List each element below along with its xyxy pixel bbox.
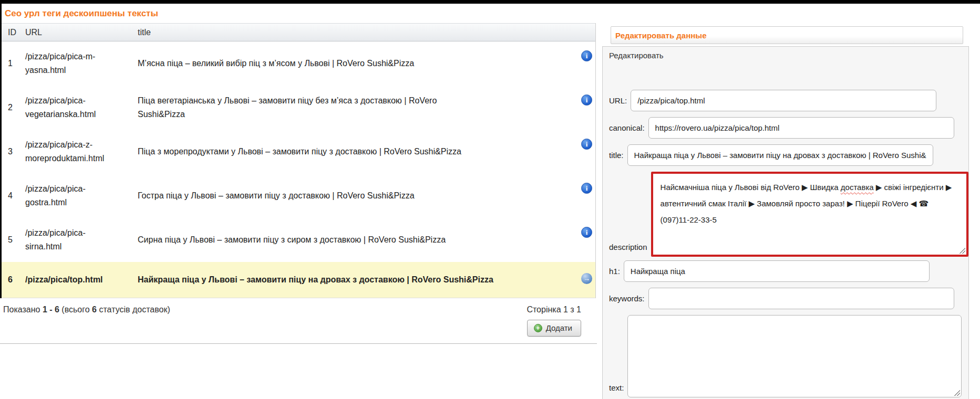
cell-title: Гостра піца у Львові – замовити піцу з д…	[124, 181, 487, 211]
cell-url: /pizza/pica/pica-m-yasna.html	[19, 41, 124, 86]
table-row[interactable]: 4 /pizza/pica/pica-gostra.html Гостра пі…	[2, 174, 595, 218]
column-header-url: URL	[19, 28, 124, 37]
add-button-label: Додати	[546, 323, 572, 332]
table-row-selected[interactable]: 6 /pizza/pica/top.html Найкраща піца у Л…	[2, 262, 595, 298]
cell-url: /pizza/pica/top.html	[19, 262, 124, 298]
field-title: title:	[609, 144, 968, 166]
page-indicator: Сторінка 1 з 1	[527, 305, 581, 314]
info-icon[interactable]: i	[581, 183, 592, 194]
field-canonical: canonical:	[609, 117, 968, 139]
cell-id: 1	[2, 48, 19, 79]
table-header-row: ID URL title	[2, 23, 595, 41]
editor-form: Редактировать URL: canonical: title: des…	[602, 46, 969, 399]
cell-url: /pizza/pica/pica-z-moreproduktami.html	[19, 130, 124, 174]
keywords-label: keywords:	[609, 294, 645, 303]
text-textarea[interactable]	[627, 315, 962, 397]
info-icon[interactable]: i	[581, 227, 592, 238]
misspelled-word: доставка	[841, 183, 874, 192]
h1-input[interactable]	[624, 260, 930, 282]
table-row[interactable]: 2 /pizza/pica/pica-vegetarianska.html Пі…	[2, 86, 595, 130]
cell-id: 5	[2, 225, 19, 255]
editor-subheader: Редактировать	[609, 51, 968, 60]
seo-table-panel: Сео урл теги дескоипшены тексты ID URL t…	[0, 4, 602, 399]
resize-handle[interactable]	[960, 248, 965, 254]
cell-url: /pizza/pica/pica-gostra.html	[19, 174, 124, 218]
resize-handle[interactable]	[954, 390, 960, 396]
seo-table: ID URL title 1 /pizza/pica/pica-m-yasna.…	[2, 23, 596, 298]
current-row-arrow-icon[interactable]: →	[581, 273, 592, 284]
plus-icon: +	[534, 324, 542, 332]
description-label: description	[609, 243, 647, 251]
cell-url: /pizza/pica/pica-sirna.html	[19, 218, 124, 262]
table-row[interactable]: 1 /pizza/pica/pica-m-yasna.html М’ясна п…	[2, 41, 595, 86]
cell-title: Піца з морепродуктами у Львові – замовит…	[124, 136, 487, 167]
url-label: URL:	[609, 96, 627, 105]
field-keywords: keywords:	[609, 288, 968, 309]
title-input[interactable]	[627, 144, 933, 166]
url-input[interactable]	[631, 90, 936, 111]
cell-title: Піца вегетаріанська у Львові – замовити …	[124, 86, 487, 130]
field-h1: h1:	[609, 260, 968, 282]
add-button[interactable]: + Додати	[527, 320, 581, 337]
keywords-input[interactable]	[648, 288, 954, 309]
cell-id: 4	[2, 181, 19, 211]
editor-header: Редактировать данные	[611, 26, 963, 44]
field-description: description Найсмачніша піца у Львові ві…	[609, 172, 968, 257]
canonical-label: canonical:	[609, 123, 645, 132]
editor-header-title: Редактировать данные	[615, 31, 706, 40]
info-icon[interactable]: i	[581, 94, 592, 106]
editor-panel: Редактировать данные Редактировать URL: …	[602, 4, 980, 399]
cell-id: 3	[2, 136, 19, 167]
cell-id: 2	[2, 92, 19, 123]
cell-title: М’ясна піца – великий вибір піц з м’ясом…	[124, 48, 487, 79]
cell-title: Найкраща піца у Львові – замовити піцу н…	[124, 262, 487, 298]
cell-title: Сирна піца у Львові – замовити піцу з си…	[124, 225, 487, 255]
cell-id: 6	[2, 262, 19, 298]
field-text: text:	[609, 315, 968, 397]
text-label: text:	[609, 383, 624, 392]
info-icon[interactable]: i	[581, 50, 592, 61]
page-title: Сео урл теги дескоипшены тексты	[2, 4, 597, 23]
canonical-input[interactable]	[648, 117, 954, 139]
column-header-title: title	[124, 28, 487, 37]
table-row[interactable]: 3 /pizza/pica/pica-z-moreproduktami.html…	[2, 130, 595, 174]
description-textarea[interactable]: Найсмачніша піца у Львові від RoVero ▶ Ш…	[651, 172, 968, 257]
table-footer: Показано 1 - 6 (всього 6 статусів достав…	[0, 298, 597, 344]
title-label: title:	[609, 151, 624, 160]
h1-label: h1:	[609, 267, 620, 276]
cell-url: /pizza/pica/pica-vegetarianska.html	[19, 86, 124, 130]
column-header-id: ID	[2, 28, 19, 37]
info-icon[interactable]: i	[581, 139, 592, 150]
table-row[interactable]: 5 /pizza/pica/pica-sirna.html Сирна піца…	[2, 218, 595, 262]
field-url: URL:	[609, 90, 968, 111]
app-root: Сео урл теги дескоипшены тексты ID URL t…	[0, 0, 980, 399]
pagination-summary: Показано 1 - 6 (всього 6 статусів достав…	[3, 305, 170, 314]
